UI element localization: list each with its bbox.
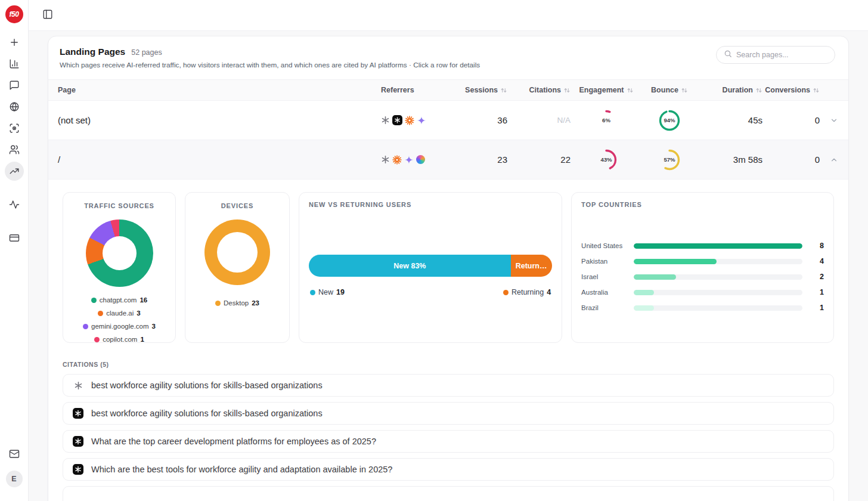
page-cell: (not set) <box>48 115 381 125</box>
panel-title: TRAFFIC SOURCES <box>70 202 168 209</box>
sidebar-item-messages[interactable] <box>5 76 24 95</box>
duration-value: 45s <box>697 115 762 125</box>
referrer-icons <box>381 115 458 125</box>
sidebar-item-scan[interactable] <box>5 119 24 138</box>
country-bar-fill <box>634 305 654 311</box>
column-header-referrers: Referrers <box>381 86 458 94</box>
citations-value: N/A <box>507 116 571 125</box>
legend-item: copilot.com1 <box>94 336 144 343</box>
legend-dot <box>310 290 315 295</box>
column-header-sessions[interactable]: Sessions <box>458 86 507 94</box>
conversions-value: 0 <box>762 154 820 165</box>
new-vs-returning-panel: NEW VS RETURNING USERS New 83% Returning… <box>299 192 562 343</box>
country-bar-fill <box>634 290 654 295</box>
conversions-value: 0 <box>762 115 820 125</box>
citation-text: best workforce agility solutions for ski… <box>91 381 323 390</box>
legend-dot <box>94 337 100 342</box>
sidebar-item-analytics[interactable] <box>5 54 24 73</box>
table-header: Page Referrers Sessions Citations Engage… <box>48 79 848 101</box>
sidebar-item-users[interactable] <box>5 140 24 159</box>
legend-dot <box>503 290 509 295</box>
chatgpt-app-icon <box>73 408 83 419</box>
panel-left-icon <box>42 9 53 22</box>
svg-text:94%: 94% <box>664 117 675 123</box>
country-bar-track <box>634 259 802 264</box>
country-row: Australia1 <box>581 284 824 300</box>
column-header-citations[interactable]: Citations <box>507 86 571 94</box>
legend-item: claude.ai3 <box>98 310 140 317</box>
chevron-down-icon <box>830 116 838 125</box>
citation-item[interactable]: Which are the best tools for workforce a… <box>63 458 834 481</box>
topbar <box>29 0 868 31</box>
column-header-engagement[interactable]: Engagement <box>571 86 642 94</box>
sidebar-item-trends[interactable] <box>5 162 24 181</box>
sidebar-item-billing[interactable] <box>5 228 24 248</box>
sidebar-nav <box>5 33 24 181</box>
citations-value: 22 <box>507 154 571 165</box>
citation-text: best workforce agility solutions for ski… <box>91 409 323 418</box>
traffic-sources-legend: chatgpt.com16 claude.ai3 gemini.google.c… <box>70 296 168 343</box>
country-bar-track <box>634 274 802 280</box>
citation-item[interactable] <box>63 486 834 501</box>
search-box <box>716 46 835 64</box>
collapse-row-button[interactable] <box>820 156 848 164</box>
sort-icon <box>755 87 762 94</box>
app-logo[interactable]: f50 <box>5 5 23 23</box>
new-vs-returning-legend: New19 Returning4 <box>309 288 552 296</box>
legend-item: gemini.google.com3 <box>83 323 156 330</box>
sort-icon <box>681 87 688 94</box>
sessions-value: 23 <box>458 154 507 165</box>
page-cell: / <box>48 154 381 165</box>
bar-chart-icon <box>9 58 20 69</box>
bounce-gauge: 94% <box>642 109 697 132</box>
citation-item[interactable]: best workforce agility solutions for ski… <box>63 374 834 397</box>
engagement-gauge: 6% <box>571 109 642 132</box>
legend-item: Returning4 <box>503 288 551 296</box>
page-title: Landing Pages <box>60 47 125 57</box>
sessions-value: 36 <box>458 115 507 125</box>
country-bar-fill <box>634 243 802 249</box>
sidebar-toggle-button[interactable] <box>39 7 56 24</box>
legend-dot <box>98 311 103 316</box>
table-row[interactable]: / 23 22 43% 57% 3m 58s 0 <box>48 140 848 180</box>
sort-icon <box>627 87 634 94</box>
message-square-icon <box>9 80 20 91</box>
country-row: United States8 <box>581 238 824 253</box>
engagement-gauge: 43% <box>571 148 642 172</box>
sidebar-bottom: E <box>5 444 24 487</box>
referrer-icons <box>381 155 458 165</box>
scan-eye-icon <box>9 123 20 134</box>
chatgpt-icon <box>73 381 83 390</box>
users-icon <box>9 144 20 155</box>
column-header-bounce[interactable]: Bounce <box>642 86 697 94</box>
legend-item: Desktop23 <box>215 299 259 307</box>
sidebar-item-activity[interactable] <box>5 195 24 214</box>
content-area: Landing Pages 52 pages Which pages recei… <box>29 31 868 501</box>
legend-item: chatgpt.com16 <box>91 296 147 304</box>
legend-dot <box>83 324 88 329</box>
top-countries-bar-chart: United States8 Pakistan4 Israel2 Austral… <box>581 238 824 316</box>
panel-title: TOP COUNTRIES <box>581 201 824 208</box>
column-header-duration[interactable]: Duration <box>697 86 762 94</box>
panel-title: NEW VS RETURNING USERS <box>309 201 552 208</box>
search-input[interactable] <box>736 51 832 59</box>
table-row[interactable]: (not set) 36 N/A 6% 94% 45s 0 <box>48 101 848 140</box>
legend-dot <box>215 301 221 306</box>
svg-text:6%: 6% <box>602 117 610 123</box>
citation-item[interactable]: best workforce agility solutions for ski… <box>63 402 834 425</box>
country-row: Pakistan4 <box>581 253 824 269</box>
sidebar-item-mail[interactable] <box>5 444 24 463</box>
column-header-conversions[interactable]: Conversions <box>762 86 820 94</box>
expand-row-button[interactable] <box>820 116 848 125</box>
devices-panel: DEVICES Desktop23 <box>185 192 290 343</box>
user-avatar[interactable]: E <box>6 471 23 487</box>
sidebar-item-web[interactable] <box>5 97 24 116</box>
sidebar-item-add[interactable] <box>5 33 24 52</box>
devices-donut-chart <box>204 219 270 285</box>
sort-icon <box>813 87 820 94</box>
bar-segment-new: New 83% <box>309 255 511 277</box>
sidebar: f50 E <box>0 0 29 501</box>
citation-item[interactable]: What are the top career development plat… <box>63 430 834 453</box>
search-icon <box>724 50 732 60</box>
page-count-badge: 52 pages <box>131 48 162 57</box>
